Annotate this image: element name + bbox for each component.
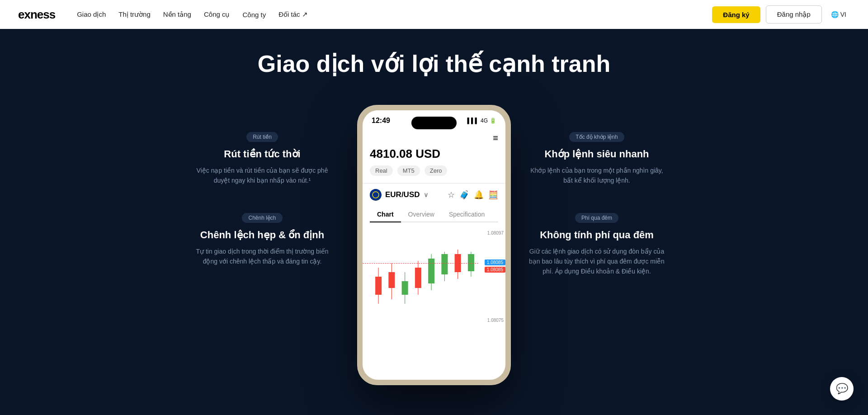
navbar: exness Giao dịch Thị trường Nền tảng Côn… [0, 0, 868, 29]
lang-label: VI [840, 11, 846, 18]
nav-link-nen-tang[interactable]: Nền tảng [163, 10, 191, 19]
feature-tag-phi-qua-dem: Phí qua đêm [575, 213, 618, 223]
content-row: Rút tiền Rút tiền tức thời Việc nạp tiền… [118, 105, 750, 385]
price-ask-label: 1.08085 [485, 267, 505, 273]
phone-balance: 4810.08 USD [370, 147, 498, 161]
globe-icon: 🌐 [831, 11, 839, 18]
nav-link-cong-ty[interactable]: Công ty [243, 10, 266, 19]
network-label: 4G [481, 118, 488, 124]
phone-mockup: 12:49 ▌▌▌ 4G 🔋 ≡ 4810.08 USD [339, 105, 529, 385]
bell-icon[interactable]: 🔔 [474, 190, 484, 200]
tab-overview[interactable]: Overview [401, 207, 442, 222]
feature-title-phi-qua-dem: Không tính phí qua đêm [540, 229, 654, 241]
nav-link-thi-truong[interactable]: Thị trường [118, 10, 151, 19]
nav-links: Giao dịch Thị trường Nền tảng Công cụ Cô… [77, 10, 698, 19]
account-tab-real[interactable]: Real [370, 165, 393, 176]
svg-rect-12 [428, 259, 434, 283]
language-selector[interactable]: 🌐 VI [827, 7, 850, 22]
briefcase-icon[interactable]: 🧳 [459, 190, 469, 200]
phone-content: ≡ 4810.08 USD Real MT5 Zero [363, 128, 505, 227]
chevron-down-icon[interactable]: ∨ [424, 191, 428, 198]
feature-title-rut-tien: Rút tiền tức thời [224, 148, 300, 160]
feature-desc-phi-qua-dem: Giữ các lệnh giao dịch có sử dụng đòn bẩ… [529, 246, 665, 277]
feature-desc-khop-lenh: Khớp lệnh của bạn trong một phần nghìn g… [529, 165, 665, 186]
feature-block-chenh-lech: Chênh lệch Chênh lệch hẹp & ổn định Tự t… [185, 213, 339, 267]
register-button[interactable]: Đăng ký [712, 6, 760, 23]
star-icon[interactable]: ☆ [448, 190, 455, 200]
instrument-action-icons: ☆ 🧳 🔔 🧮 [448, 190, 498, 200]
svg-rect-8 [402, 281, 408, 295]
logo[interactable]: exness [18, 8, 55, 22]
phone-outer: 12:49 ▌▌▌ 4G 🔋 ≡ 4810.08 USD [357, 105, 511, 385]
instrument-label: EUR/USD [385, 190, 420, 199]
account-tab-mt5[interactable]: MT5 [397, 165, 420, 176]
instrument-flag [370, 189, 382, 201]
candlestick-svg [363, 227, 505, 326]
feature-desc-rut-tien: Việc nạp tiền và rút tiền của bạn sẽ đượ… [194, 165, 330, 186]
phone-divider [363, 183, 505, 184]
feature-title-khop-lenh: Khớp lệnh siêu nhanh [544, 148, 649, 160]
svg-rect-18 [468, 254, 474, 271]
feature-tag-khop-lenh: Tốc độ khớp lệnh [569, 132, 624, 142]
account-tabs: Real MT5 Zero [370, 165, 498, 176]
hero-title: Giao dịch với lợi thế cạnh tranh [258, 51, 611, 78]
nav-link-giao-dich[interactable]: Giao dịch [77, 10, 106, 19]
price-dashed-line [363, 263, 478, 264]
phone-inner: 12:49 ▌▌▌ 4G 🔋 ≡ 4810.08 USD [363, 110, 505, 380]
hero-section: Giao dịch với lợi thế cạnh tranh Rút tiề… [0, 29, 868, 415]
phone-hamburger-menu[interactable]: ≡ [370, 133, 498, 143]
account-tab-zero[interactable]: Zero [425, 165, 448, 176]
feature-block-rut-tien: Rút tiền Rút tiền tức thời Việc nạp tiền… [185, 132, 339, 186]
svg-rect-4 [375, 277, 382, 295]
price-low-label: 1.08075 [486, 318, 505, 323]
phone-status-icons: ▌▌▌ 4G 🔋 [467, 118, 496, 124]
svg-point-0 [370, 189, 382, 201]
instrument-name: EUR/USD ∨ [370, 189, 428, 201]
chart-area: 1.08097 1.08085 1.08085 1.08075 [363, 227, 505, 326]
feature-block-khop-lenh: Tốc độ khớp lệnh Khớp lệnh siêu nhanh Kh… [529, 132, 665, 186]
phone-status-bar: 12:49 ▌▌▌ 4G 🔋 [363, 110, 505, 128]
features-right: Tốc độ khớp lệnh Khớp lệnh siêu nhanh Kh… [529, 105, 701, 277]
feature-desc-chenh-lech: Tự tin giao dịch trong thời điểm thị trư… [194, 246, 330, 267]
chart-tabs: Chart Overview Specification [370, 207, 498, 222]
calculator-icon[interactable]: 🧮 [488, 190, 498, 200]
feature-tag-rut-tien: Rút tiền [246, 132, 278, 142]
feature-title-chenh-lech: Chênh lệch hẹp & ổn định [200, 229, 324, 241]
tab-specification[interactable]: Specification [442, 207, 492, 222]
phone-time: 12:49 [372, 117, 390, 125]
battery-icon: 🔋 [490, 118, 496, 124]
features-left: Rút tiền Rút tiền tức thời Việc nạp tiền… [167, 105, 339, 267]
chat-button[interactable]: 💬 [830, 377, 854, 401]
svg-rect-14 [441, 254, 448, 274]
instrument-row: EUR/USD ∨ ☆ 🧳 🔔 🧮 [370, 189, 498, 201]
price-bid-label: 1.08085 [485, 259, 505, 265]
nav-actions: Đăng ký Đăng nhập 🌐 VI [712, 5, 850, 24]
dynamic-island [411, 117, 457, 129]
svg-rect-10 [415, 268, 421, 288]
signal-icon: ▌▌▌ [467, 118, 479, 124]
login-button[interactable]: Đăng nhập [766, 5, 822, 24]
feature-block-phi-qua-dem: Phí qua đêm Không tính phí qua đêm Giữ c… [529, 213, 665, 277]
feature-tag-chenh-lech: Chênh lệch [242, 213, 282, 223]
chat-icon: 💬 [836, 383, 848, 395]
nav-link-cong-cu[interactable]: Công cụ [204, 10, 230, 19]
tab-chart[interactable]: Chart [370, 207, 401, 222]
nav-link-doi-tac[interactable]: Đối tác ↗ [278, 10, 308, 19]
svg-rect-6 [388, 272, 395, 288]
price-high-label: 1.08097 [486, 231, 505, 236]
